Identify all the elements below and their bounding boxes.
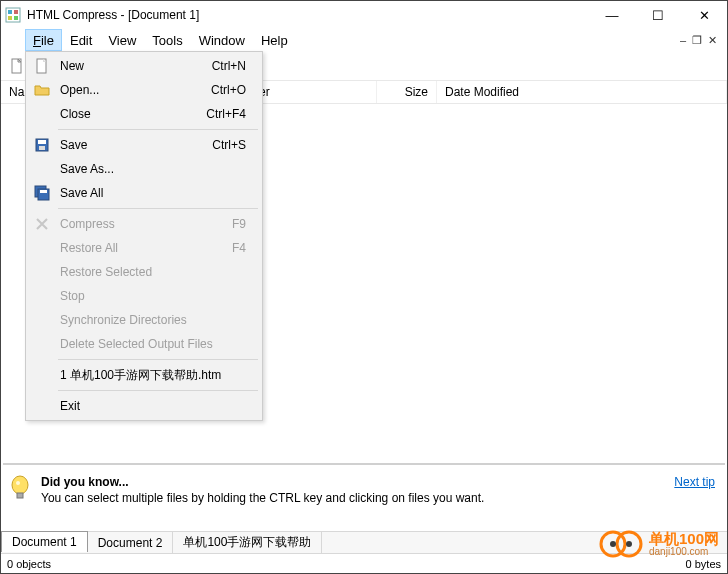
tips-text: You can select multiple files by holding… <box>41 491 674 505</box>
menu-separator <box>58 359 258 360</box>
menu-edit[interactable]: Edit <box>62 29 100 51</box>
open-folder-icon <box>28 82 56 98</box>
menu-tools[interactable]: Tools <box>144 29 190 51</box>
menu-separator <box>58 390 258 391</box>
menu-exit[interactable]: Exit <box>28 394 260 418</box>
svg-rect-1 <box>8 10 12 14</box>
app-icon <box>5 7 21 23</box>
menu-save[interactable]: Save Ctrl+S <box>28 133 260 157</box>
maximize-button[interactable]: ☐ <box>635 1 681 29</box>
save-all-icon <box>28 185 56 201</box>
mdi-controls: – ❐ ✕ <box>680 29 727 51</box>
tab-document-1[interactable]: Document 1 <box>1 531 88 552</box>
tab-document-3[interactable]: 单机100手游网下载帮助 <box>173 532 322 553</box>
svg-rect-8 <box>38 140 46 144</box>
tips-title: Did you know... <box>41 475 674 489</box>
tips-panel: Did you know... You can select multiple … <box>3 463 725 531</box>
menu-separator <box>58 129 258 130</box>
lightbulb-icon <box>5 471 35 527</box>
compress-icon <box>28 216 56 232</box>
menu-sync-dirs: Synchronize Directories <box>28 308 260 332</box>
menu-help[interactable]: Help <box>253 29 296 51</box>
column-date[interactable]: Date Modified <box>437 81 727 103</box>
svg-point-15 <box>16 481 20 485</box>
menu-separator <box>58 208 258 209</box>
svg-rect-2 <box>14 10 18 14</box>
minimize-button[interactable]: — <box>589 1 635 29</box>
menu-delete-output: Delete Selected Output Files <box>28 332 260 356</box>
menu-close[interactable]: Close Ctrl+F4 <box>28 102 260 126</box>
column-size[interactable]: Size <box>377 81 437 103</box>
column-folder[interactable]: er <box>251 81 377 103</box>
menu-file[interactable]: File <box>25 29 62 51</box>
svg-rect-4 <box>14 16 18 20</box>
document-tabs: Document 1 Document 2 单机100手游网下载帮助 <box>1 531 727 553</box>
svg-rect-3 <box>8 16 12 20</box>
tips-body: Did you know... You can select multiple … <box>35 471 674 527</box>
mdi-restore-button[interactable]: ❐ <box>692 34 702 47</box>
svg-rect-14 <box>17 493 23 498</box>
menu-bar: File Edit View Tools Window Help – ❐ ✕ <box>1 29 727 51</box>
menu-new[interactable]: New Ctrl+N <box>28 54 260 78</box>
menu-restore-selected: Restore Selected <box>28 260 260 284</box>
mdi-close-button[interactable]: ✕ <box>708 34 717 47</box>
menu-save-as[interactable]: Save As... <box>28 157 260 181</box>
tab-document-2[interactable]: Document 2 <box>88 532 174 553</box>
menu-recent-file[interactable]: 1 单机100手游网下载帮助.htm <box>28 363 260 387</box>
status-bar: 0 objects 0 bytes <box>1 553 727 573</box>
menu-window[interactable]: Window <box>191 29 253 51</box>
menu-stop: Stop <box>28 284 260 308</box>
close-button[interactable]: ✕ <box>681 1 727 29</box>
next-tip-link[interactable]: Next tip <box>674 471 715 489</box>
mdi-minimize-button[interactable]: – <box>680 34 686 46</box>
title-bar: HTML Compress - [Document 1] — ☐ ✕ <box>1 1 727 29</box>
menu-restore-all: Restore All F4 <box>28 236 260 260</box>
window-title: HTML Compress - [Document 1] <box>27 8 589 22</box>
svg-rect-12 <box>40 190 47 193</box>
menu-view[interactable]: View <box>100 29 144 51</box>
new-document-icon <box>28 58 56 74</box>
menu-compress: Compress F9 <box>28 212 260 236</box>
menu-open[interactable]: Open... Ctrl+O <box>28 78 260 102</box>
menu-save-all[interactable]: Save All <box>28 181 260 205</box>
status-object-count: 0 objects <box>7 558 63 570</box>
save-icon <box>28 137 56 153</box>
status-bytes: 0 bytes <box>686 558 721 570</box>
file-menu-dropdown: New Ctrl+N Open... Ctrl+O Close Ctrl+F4 … <box>25 51 263 421</box>
window-controls: — ☐ ✕ <box>589 1 727 29</box>
svg-rect-9 <box>39 146 45 150</box>
svg-point-13 <box>12 476 28 494</box>
